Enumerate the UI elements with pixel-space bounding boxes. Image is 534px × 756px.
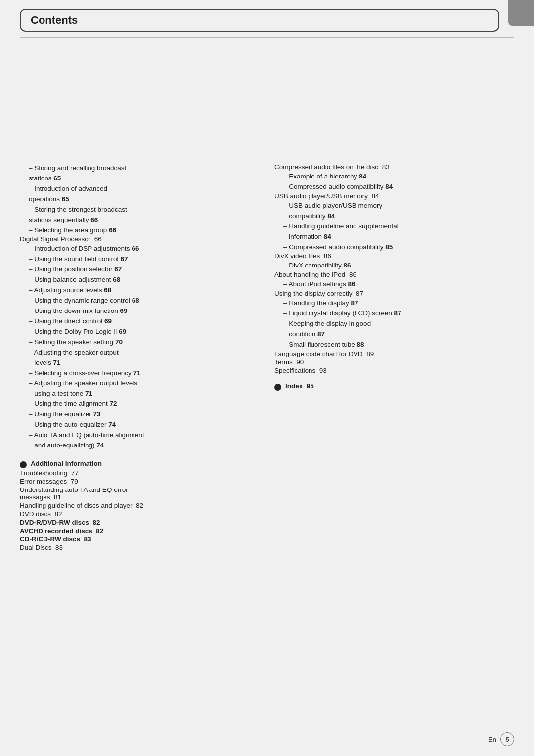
page-language-label: En [489, 736, 496, 743]
page-container: Contents – Storing and recalling broadca… [0, 0, 534, 756]
page-title: Contents [31, 14, 489, 27]
list-item: DVD discs 82 [20, 510, 260, 518]
list-item: – About iPod settings 86 [274, 279, 514, 290]
list-item: CD-R/CD-RW discs 83 [20, 535, 260, 543]
index-label: Index 95 [285, 382, 314, 390]
list-item: – Using the down-mix function 69 [20, 306, 260, 316]
list-item: Understanding auto TA and EQ errormessag… [20, 486, 260, 501]
list-item: – Auto TA and EQ (auto-time alignment an… [20, 430, 260, 451]
divider [20, 37, 514, 38]
list-item: About handling the iPod 86 [274, 271, 514, 278]
title-box: Contents [20, 9, 499, 32]
list-item: DivX video files 86 [274, 252, 514, 260]
list-item: DVD-R/DVD-RW discs 82 [20, 519, 260, 526]
list-item: – Using the direct control 69 [20, 316, 260, 327]
list-item: – DivX compatibility 86 [274, 261, 514, 271]
right-column: Compressed audio files on the disc 83 – … [274, 54, 514, 741]
list-item: Using the display correctly 87 [274, 290, 514, 297]
list-item: – Using the equalizer 73 [20, 409, 260, 420]
list-item: – Example of a hierarchy 84 [274, 172, 514, 182]
list-item: USB audio player/USB memory 84 [274, 192, 514, 200]
list-item: – Selecting the area group 66 [20, 225, 260, 236]
list-item: – Adjusting the speaker output levels us… [20, 378, 260, 399]
left-column: – Storing and recalling broadcaststation… [20, 54, 260, 741]
additional-info-section: Additional Information [20, 460, 260, 468]
content-area: – Storing and recalling broadcaststation… [0, 40, 534, 756]
list-item: – Adjusting source levels 68 [20, 285, 260, 296]
list-item: – Handling guideline and supplemental in… [274, 222, 514, 242]
list-item: – Using the auto-equalizer 74 [20, 420, 260, 430]
list-item: AVCHD recorded discs 82 [20, 527, 260, 534]
list-item: – Using the dynamic range control 68 [20, 296, 260, 306]
list-item: Handling guideline of discs and player 8… [20, 502, 260, 509]
list-item: – Storing the strongest broadcaststation… [20, 205, 260, 225]
list-item: – Small fluorescent tube 88 [274, 340, 514, 350]
list-item: – Liquid crystal display (LCD) screen 87 [274, 309, 514, 319]
list-item: Dual Discs 83 [20, 544, 260, 551]
list-item: – Setting the speaker setting 70 [20, 337, 260, 348]
list-item: – Using the sound field control 67 [20, 254, 260, 265]
list-item: – USB audio player/USB memory compatibil… [274, 201, 514, 222]
list-item: Troubleshooting 77 [20, 469, 260, 477]
index-bullet-icon [274, 384, 281, 391]
list-item: – Storing and recalling broadcaststation… [20, 163, 260, 184]
list-item: – Handling the display 87 [274, 298, 514, 309]
list-item: – Introduction of DSP adjustments 66 [20, 244, 260, 254]
section-label: Additional Information [31, 460, 102, 467]
list-item: – Using the position selector 67 [20, 265, 260, 275]
list-item: Specifications 93 [274, 367, 514, 374]
list-item: – Compressed audio compatibility 85 [274, 242, 514, 253]
bullet-icon [20, 461, 27, 468]
bottom-bar: En 5 [489, 732, 514, 746]
corner-tab [508, 0, 534, 26]
list-item: – Introduction of advancedoperations 65 [20, 184, 260, 205]
list-item: – Using the Dolby Pro Logic II 69 [20, 327, 260, 337]
list-item: – Selecting a cross-over frequency 71 [20, 368, 260, 379]
list-item: – Adjusting the speaker output levels 71 [20, 348, 260, 368]
page-number-badge: 5 [500, 732, 514, 746]
list-item: Compressed audio files on the disc 83 [274, 163, 514, 171]
list-item: Language code chart for DVD 89 [274, 350, 514, 357]
list-item: Error messages 79 [20, 478, 260, 485]
list-item: Terms 90 [274, 358, 514, 366]
list-item: – Using balance adjustment 68 [20, 275, 260, 285]
list-item: – Keeping the display in good condition … [274, 319, 514, 340]
index-section: Index 95 [274, 382, 514, 391]
list-item: – Using the time alignment 72 [20, 399, 260, 409]
list-item: Digital Signal Processor 66 [20, 235, 260, 243]
list-item: – Compressed audio compatibility 84 [274, 182, 514, 192]
